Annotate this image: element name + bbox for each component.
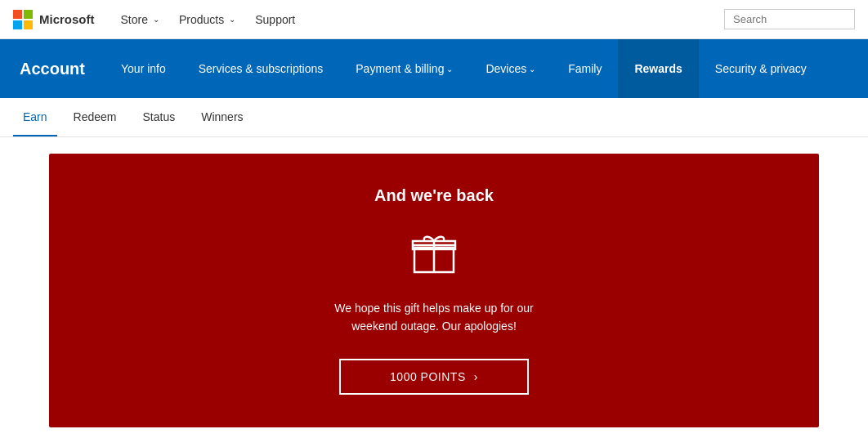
nav-rewards[interactable]: Rewards (618, 39, 698, 98)
microsoft-logo (13, 10, 33, 29)
products-link[interactable]: Products ⌄ (179, 13, 235, 26)
tab-redeem[interactable]: Redeem (64, 98, 127, 136)
gift-icon (408, 225, 460, 279)
chevron-down-icon: ⌄ (446, 65, 453, 74)
logo-area: Microsoft (13, 10, 95, 29)
promo-banner: And we're back We hope this gift helps m… (49, 154, 819, 427)
nav-services-subscriptions[interactable]: Services & subscriptions (182, 39, 340, 98)
nav-security-privacy[interactable]: Security & privacy (699, 39, 823, 98)
nav-family[interactable]: Family (552, 39, 618, 98)
sub-nav: Earn Redeem Status Winners (0, 98, 868, 137)
account-nav: Account Your info Services & subscriptio… (0, 39, 868, 98)
nav-devices[interactable]: Devices ⌄ (469, 39, 552, 98)
promo-title: And we're back (374, 186, 494, 205)
points-button[interactable]: 1000 POINTS › (339, 359, 529, 395)
logo-text: Microsoft (39, 12, 95, 26)
support-link[interactable]: Support (255, 13, 295, 26)
nav-payment-billing[interactable]: Payment & billing ⌄ (339, 39, 469, 98)
main-content: And we're back We hope this gift helps m… (0, 137, 868, 444)
promo-body: We hope this gift helps make up for our … (320, 299, 548, 336)
store-link[interactable]: Store ⌄ (121, 13, 159, 26)
tab-status[interactable]: Status (133, 98, 186, 136)
top-nav: Microsoft Store ⌄ Products ⌄ Support (0, 0, 868, 39)
chevron-right-icon: › (474, 370, 478, 383)
nav-your-info[interactable]: Your info (105, 39, 182, 98)
chevron-down-icon: ⌄ (529, 65, 535, 74)
chevron-down-icon: ⌄ (153, 15, 159, 24)
search-input[interactable] (724, 9, 855, 29)
tab-earn[interactable]: Earn (13, 98, 57, 136)
account-brand[interactable]: Account (0, 39, 105, 98)
tab-winners[interactable]: Winners (191, 98, 253, 136)
chevron-down-icon: ⌄ (229, 15, 235, 24)
